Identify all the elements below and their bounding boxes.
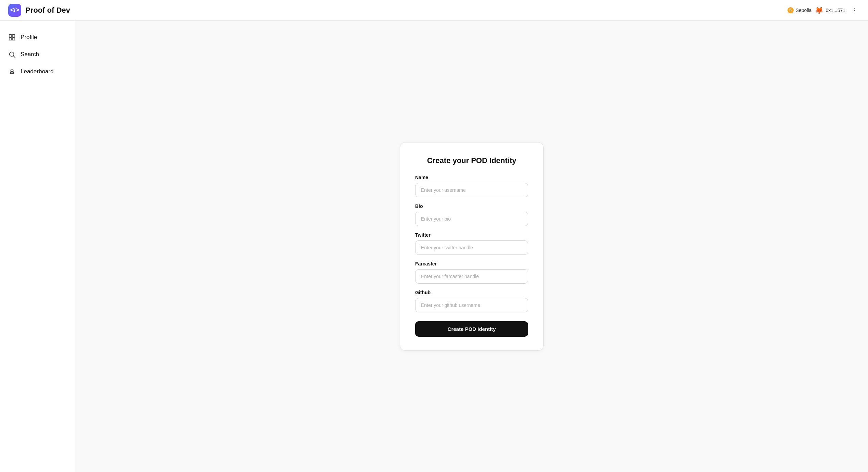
sidebar-item-leaderboard-label: Leaderboard [21,68,53,75]
form-fields: NameBioTwitterFarcasterGithub [415,175,528,312]
label-name: Name [415,175,528,180]
pod-identity-card: Create your POD Identity NameBioTwitterF… [400,142,544,351]
sidebar-item-search[interactable]: Search [0,46,75,63]
svg-point-6 [11,69,13,72]
svg-rect-2 [9,38,12,40]
label-github: Github [415,290,528,295]
form-group-twitter: Twitter [415,232,528,255]
profile-icon [8,34,16,41]
input-github[interactable] [415,298,528,312]
header-right: S Sepolia 🦊 0x1...571 ⋮ [788,5,860,15]
header: </> Proof of Dev S Sepolia 🦊 0x1...571 ⋮ [0,0,868,21]
input-bio[interactable] [415,212,528,226]
logo-icon: </> [8,4,21,17]
create-pod-identity-button[interactable]: Create POD Identity [415,321,528,337]
sidebar-item-profile[interactable]: Profile [0,29,75,46]
input-farcaster[interactable] [415,269,528,284]
layout: Profile Search Leaderboard [0,21,868,472]
wallet-address: 0x1...571 [826,8,845,13]
svg-rect-1 [12,35,15,37]
svg-line-5 [13,56,15,58]
leaderboard-icon [8,68,16,75]
card-title: Create your POD Identity [415,156,528,165]
form-group-github: Github [415,290,528,312]
more-menu-button[interactable]: ⋮ [849,5,860,15]
network-label: Sepolia [796,8,812,13]
wallet-badge[interactable]: 🦊 0x1...571 [815,6,845,14]
input-name[interactable] [415,183,528,197]
sidebar: Profile Search Leaderboard [0,21,75,472]
sidebar-item-search-label: Search [21,51,39,58]
form-group-farcaster: Farcaster [415,261,528,284]
form-group-bio: Bio [415,203,528,226]
network-badge[interactable]: S Sepolia [788,7,812,13]
label-farcaster: Farcaster [415,261,528,266]
network-dot: S [788,7,794,13]
sidebar-item-profile-label: Profile [21,34,37,41]
svg-rect-0 [9,35,12,37]
wallet-emoji: 🦊 [815,6,823,14]
label-bio: Bio [415,203,528,209]
sidebar-item-leaderboard[interactable]: Leaderboard [0,63,75,80]
header-left: </> Proof of Dev [8,4,70,17]
input-twitter[interactable] [415,240,528,255]
form-group-name: Name [415,175,528,197]
search-icon [8,51,16,58]
main-content: Create your POD Identity NameBioTwitterF… [75,21,868,472]
svg-rect-3 [12,38,15,40]
label-twitter: Twitter [415,232,528,238]
app-title: Proof of Dev [25,6,70,15]
